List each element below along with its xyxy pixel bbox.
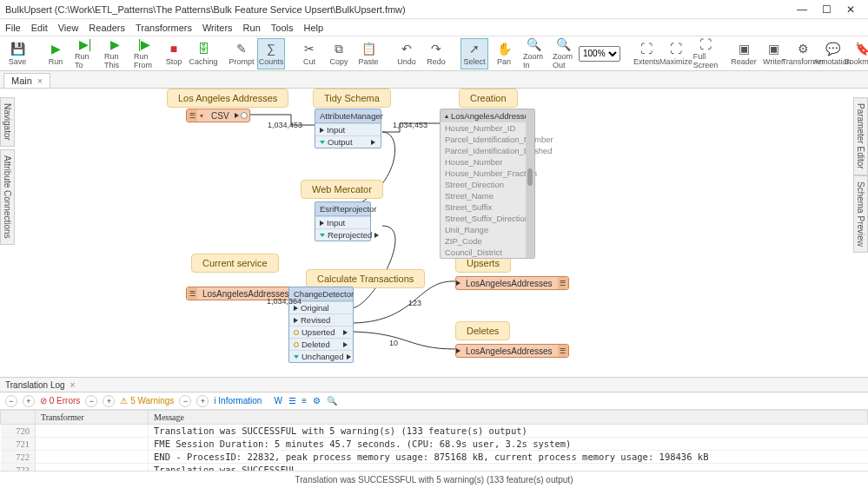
runthis-button[interactable]: ▶Run This	[101, 38, 129, 69]
extents-icon: ⛶	[640, 41, 653, 56]
output-port[interactable]	[235, 113, 239, 118]
schema-field: Street_Direction	[441, 179, 534, 190]
menu-transformers[interactable]: Transformers	[136, 23, 192, 33]
log-row[interactable]: 722END - ProcessID: 22832, peak process …	[1, 451, 868, 464]
prompt-button[interactable]: ✎Prompt	[228, 38, 255, 69]
canvas[interactable]: Navigator Attribute Connections Paramete…	[0, 89, 868, 377]
expand-button[interactable]: +	[103, 395, 115, 407]
runfrom-button[interactable]: |▶Run From	[130, 38, 158, 69]
menu-readers[interactable]: Readers	[89, 23, 125, 33]
minimize-button[interactable]: —	[790, 1, 814, 18]
zoom-selector[interactable]: 100%	[579, 46, 620, 62]
input-port[interactable]	[320, 221, 324, 226]
schema-field: House_Number_Fraction	[441, 168, 534, 179]
schema-los-angeles-addresses[interactable]: ▴LosAngelesAddresses House_Number_ID Par…	[440, 109, 535, 259]
output-port[interactable]	[343, 330, 348, 335]
writer-deletes[interactable]: LosAngelesAddresses ☰	[455, 344, 569, 358]
input-port[interactable]	[294, 306, 298, 311]
log-row[interactable]: 720Translation was SUCCESSFUL with 5 war…	[1, 425, 868, 438]
undo-button[interactable]: ↶Undo	[393, 38, 421, 69]
annotation-button[interactable]: 💬Annotation	[818, 38, 846, 69]
schema-field: House_Number	[441, 156, 534, 168]
chevron-down-icon[interactable]	[320, 234, 325, 237]
run-button[interactable]: ▶Run	[42, 38, 70, 69]
output-port[interactable]	[371, 140, 376, 145]
chevron-up-icon[interactable]: ▴	[445, 112, 448, 120]
log-errors[interactable]: ⊘ 0 Errors	[40, 396, 80, 406]
menu-run[interactable]: Run	[243, 23, 261, 33]
collapse-button[interactable]: −	[5, 395, 17, 407]
maximize-button-tb[interactable]: ⛶Maximize	[662, 38, 690, 69]
chevron-down-icon[interactable]	[294, 355, 299, 359]
param-editor-tab[interactable]: Parameter Editor	[853, 97, 868, 175]
save-button[interactable]: 💾Save	[3, 38, 31, 69]
collapse-button[interactable]: −	[85, 395, 97, 407]
output-port[interactable]	[374, 233, 379, 238]
zoomout-button[interactable]: 🔍Zoom Out	[549, 38, 577, 69]
log-info[interactable]: i Information	[214, 396, 262, 406]
columns-icon: ☰	[187, 109, 197, 122]
redo-button[interactable]: ↷Redo	[422, 38, 450, 69]
scrollbar[interactable]	[526, 109, 534, 258]
output-port[interactable]	[343, 342, 348, 347]
chevron-down-icon[interactable]	[320, 141, 325, 144]
maximize-button[interactable]: ☐	[814, 1, 838, 18]
save-icon: 💾	[10, 41, 25, 56]
input-port[interactable]	[320, 128, 324, 133]
tab-main[interactable]: Main×	[3, 73, 50, 88]
fullscreen-button[interactable]: ⛶Full Screen	[692, 38, 719, 69]
feature-count: 1,034,453	[393, 121, 427, 129]
schema-preview-tab[interactable]: Schema Preview	[853, 175, 868, 253]
xform-attribute-manager[interactable]: AttributeManager Input Output	[315, 109, 381, 148]
attrconn-tab[interactable]: Attribute Connections	[0, 149, 15, 245]
copy-button[interactable]: ⧉Copy	[325, 38, 353, 69]
columns-icon: ☰	[558, 277, 568, 289]
input-port[interactable]	[294, 318, 298, 323]
reader-icon: ▣	[739, 41, 750, 56]
menu-edit[interactable]: Edit	[31, 23, 48, 33]
log-tab[interactable]: Translation Log×	[0, 377, 868, 392]
menu-view[interactable]: View	[58, 23, 79, 33]
zoomin-button[interactable]: 🔍Zoom In	[520, 38, 547, 69]
log-warnings[interactable]: ⚠ 5 Warnings	[120, 396, 174, 406]
runto-button[interactable]: ▶|Run To	[71, 38, 99, 69]
select-button[interactable]: ➚Select	[461, 38, 488, 69]
runfrom-icon: |▶	[138, 37, 151, 51]
log-row[interactable]: 721FME Session Duration: 5 minutes 45.7 …	[1, 438, 868, 451]
caching-button[interactable]: 🗄Caching	[189, 38, 217, 69]
menu-file[interactable]: File	[5, 23, 21, 33]
fullscreen-icon: ⛶	[699, 37, 712, 51]
schema-field: Unit_Range	[441, 224, 534, 235]
log-grid[interactable]: TransformerMessage 720Translation was SU…	[0, 410, 868, 472]
counts-button[interactable]: ∑Counts	[257, 38, 285, 69]
reader-button[interactable]: ▣Reader	[730, 38, 758, 69]
expand-button[interactable]: +	[196, 395, 209, 407]
expand-button[interactable]: +	[23, 395, 35, 407]
close-button[interactable]: ✕	[838, 1, 863, 18]
reader-csv[interactable]: ☰ ▾ CSV	[186, 109, 250, 122]
dot-icon	[294, 330, 299, 335]
paste-button[interactable]: 📋Paste	[354, 38, 382, 69]
writer-upserts[interactable]: LosAngelesAddresses ☰	[455, 276, 569, 290]
menu-help[interactable]: Help	[303, 23, 323, 33]
pan-button[interactable]: ✋Pan	[490, 38, 518, 69]
chevron-down-icon[interactable]: ▾	[197, 112, 206, 120]
close-icon[interactable]: ×	[37, 76, 43, 86]
close-icon[interactable]: ×	[70, 380, 76, 390]
output-port[interactable]	[347, 354, 351, 359]
cut-button[interactable]: ✂Cut	[295, 38, 323, 69]
note-cur: Current service	[191, 254, 279, 273]
xform-esri-reprojector[interactable]: EsriReprojector Input Reprojected	[315, 201, 371, 241]
collapse-button[interactable]: −	[179, 395, 191, 407]
menubar: File Edit View Readers Transformers Writ…	[0, 19, 868, 36]
stop-button[interactable]: ■Stop	[160, 38, 188, 69]
bookmark-button[interactable]: 🔖Bookmark	[848, 38, 868, 69]
log-view-buttons[interactable]: W ☰ ≡ ⚙ 🔍	[274, 396, 338, 406]
menu-tools[interactable]: Tools	[271, 23, 294, 33]
cache-icon[interactable]	[241, 112, 248, 119]
schema-field: House_Number_ID	[441, 122, 534, 134]
transformer-button[interactable]: ⚙Transformer	[789, 38, 817, 69]
extents-button[interactable]: ⛶Extents	[633, 38, 660, 69]
navigator-tab[interactable]: Navigator	[0, 97, 15, 147]
menu-writers[interactable]: Writers	[202, 23, 233, 33]
